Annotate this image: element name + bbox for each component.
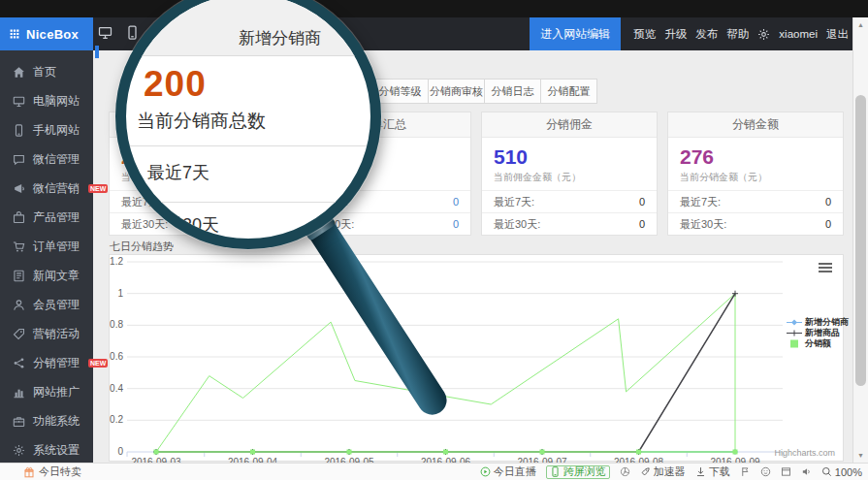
card-value-label: 当前分销金额（元） bbox=[680, 171, 831, 184]
status-phone-button[interactable]: 跨屏浏览 bbox=[546, 465, 610, 479]
topbar-menu-3[interactable]: 帮助 bbox=[726, 27, 749, 42]
megaphone-icon bbox=[13, 182, 25, 195]
magnified-card-value: 200 bbox=[144, 64, 207, 105]
status-window-button[interactable] bbox=[781, 466, 791, 477]
sidebar-item-label: 新闻文章 bbox=[33, 268, 80, 284]
svg-text:0.4: 0.4 bbox=[110, 383, 123, 394]
sidebar-item-label: 网站推广 bbox=[33, 384, 80, 400]
sidebar-item-tag[interactable]: 营销活动 bbox=[0, 319, 93, 348]
line-chart: 00.20.40.60.811.22016-09-032016-09-04201… bbox=[110, 257, 788, 463]
scrollbar[interactable]: ▲ ▼ bbox=[852, 17, 868, 463]
sidebar-item-member[interactable]: 会员管理 bbox=[0, 290, 93, 319]
highcharts-credit[interactable]: Highcharts.com bbox=[774, 448, 835, 458]
svg-text:0.6: 0.6 bbox=[110, 351, 123, 362]
sidebar-item-news[interactable]: 新闻文章 bbox=[0, 261, 93, 290]
active-page-indicator bbox=[95, 46, 99, 58]
card-title: 分销金额 bbox=[668, 112, 843, 138]
magnified-separator bbox=[126, 202, 370, 203]
sidebar-item-label: 会员管理 bbox=[33, 297, 80, 313]
scroll-thumb[interactable] bbox=[855, 95, 866, 386]
sidebar-item-home[interactable]: 首页 bbox=[0, 57, 93, 86]
tab-4[interactable]: 分销配置 bbox=[540, 79, 597, 104]
card-title: 分销佣金 bbox=[482, 112, 657, 138]
wechat-icon bbox=[13, 153, 25, 166]
card-row-key: 最近7天: bbox=[680, 195, 721, 209]
tab-2[interactable]: 分销商审核 bbox=[428, 79, 485, 104]
stat-card-3: 分销金额276当前分销金额（元）最近7天:0最近30天:0 bbox=[667, 112, 844, 236]
status-smiley-button[interactable] bbox=[760, 466, 771, 477]
magnified-separator bbox=[126, 145, 370, 146]
sidebar-item-phone[interactable]: 手机网站 bbox=[0, 115, 93, 144]
svg-text:1.2: 1.2 bbox=[110, 257, 123, 267]
sidebar-item-wechat[interactable]: 微信管理 bbox=[0, 144, 93, 174]
svg-text:0: 0 bbox=[117, 446, 123, 457]
member-icon bbox=[13, 299, 25, 311]
username[interactable]: xiaomei bbox=[779, 28, 818, 40]
tab-3[interactable]: 分销日志 bbox=[484, 79, 541, 104]
status-download-button[interactable]: 下载 bbox=[695, 464, 730, 479]
window-top-strip bbox=[0, 0, 868, 17]
sidebar-item-chart[interactable]: 分销管理NEW bbox=[0, 348, 93, 377]
sidebar-item-label: 营销活动 bbox=[33, 326, 80, 342]
desktop-preview-icon[interactable] bbox=[98, 25, 113, 40]
toolbox-icon bbox=[13, 415, 25, 428]
topbar-menu-0[interactable]: 预览 bbox=[633, 27, 656, 42]
card-row-value: 0 bbox=[825, 196, 831, 208]
settings-gear-icon[interactable] bbox=[757, 28, 770, 41]
status-flag-button[interactable] bbox=[740, 466, 751, 477]
status-label: 下载 bbox=[709, 464, 730, 479]
card-row-value: 0 bbox=[639, 196, 645, 208]
sidebar-item-megaphone[interactable]: 微信营销NEW bbox=[0, 174, 93, 203]
sidebar-item-monitor[interactable]: 电脑网站 bbox=[0, 86, 93, 115]
legend-marker bbox=[787, 329, 802, 337]
legend-item-2[interactable]: 分销额 bbox=[787, 338, 849, 349]
svg-text:1: 1 bbox=[117, 288, 123, 299]
chart-legend: 新增分销商新增商品分销额 bbox=[787, 317, 849, 349]
magnified-row-7days: 最近7天 bbox=[147, 161, 209, 184]
status-label: 今日直播 bbox=[494, 464, 536, 479]
card-row-key: 最近30天: bbox=[494, 217, 540, 232]
home-icon bbox=[13, 66, 25, 79]
scroll-up-arrow[interactable]: ▲ bbox=[853, 17, 868, 32]
status-speaker-button[interactable] bbox=[801, 466, 812, 477]
status-label: 100% bbox=[835, 466, 862, 478]
topbar-menu-1[interactable]: 升级 bbox=[664, 27, 687, 42]
card-value: 510 bbox=[494, 145, 645, 169]
card-row-value[interactable]: 0 bbox=[453, 196, 459, 208]
card-row-value[interactable]: 0 bbox=[453, 218, 459, 230]
sidebar-item-toolbox[interactable]: 功能系统 bbox=[0, 406, 93, 435]
smiley-icon bbox=[760, 466, 771, 477]
status-special-sale[interactable]: 今日特卖 bbox=[23, 464, 81, 479]
card-row: 最近30天:0 bbox=[482, 212, 657, 235]
sidebar-item-label: 功能系统 bbox=[33, 413, 80, 430]
legend-label: 分销额 bbox=[805, 337, 831, 350]
play-icon bbox=[480, 466, 491, 477]
app-window: NiceBox 进入网站编辑 预览升级发布帮助 xiaomei 退出 首页电脑网… bbox=[0, 0, 868, 480]
bars-icon bbox=[13, 386, 25, 399]
mobile-preview-icon[interactable] bbox=[125, 25, 140, 40]
chart-menu-icon[interactable] bbox=[819, 263, 832, 274]
enter-site-edit-button[interactable]: 进入网站编辑 bbox=[530, 17, 621, 50]
status-rocket-button[interactable]: 加速器 bbox=[640, 464, 686, 479]
logout-button[interactable]: 退出 bbox=[826, 27, 849, 42]
topbar-menu-2[interactable]: 发布 bbox=[695, 27, 718, 42]
scroll-down-arrow[interactable]: ▼ bbox=[853, 448, 868, 463]
product-icon bbox=[13, 211, 25, 224]
sidebar-item-product[interactable]: 产品管理 bbox=[0, 203, 93, 232]
sidebar-item-label: 首页 bbox=[33, 64, 56, 80]
svg-text:0.2: 0.2 bbox=[110, 414, 123, 425]
tag-icon bbox=[13, 328, 25, 340]
chart-icon bbox=[13, 357, 25, 369]
status-magnifier-button[interactable]: 100% bbox=[821, 466, 862, 478]
card-row-key: 最近30天: bbox=[121, 217, 168, 232]
status-wheel-button[interactable] bbox=[620, 466, 630, 477]
card-row-value: 0 bbox=[825, 218, 831, 230]
logo[interactable]: NiceBox bbox=[0, 17, 93, 50]
status-play-button[interactable]: 今日直播 bbox=[480, 464, 536, 479]
sidebar-item-bars[interactable]: 网站推广 bbox=[0, 377, 93, 406]
sidebar-item-label: 电脑网站 bbox=[33, 93, 80, 110]
sidebar-item-gear[interactable]: 系统设置 bbox=[0, 435, 93, 464]
card-value: 276 bbox=[680, 145, 831, 169]
sidebar-item-cart[interactable]: 订单管理 bbox=[0, 232, 93, 261]
news-icon bbox=[13, 270, 25, 282]
